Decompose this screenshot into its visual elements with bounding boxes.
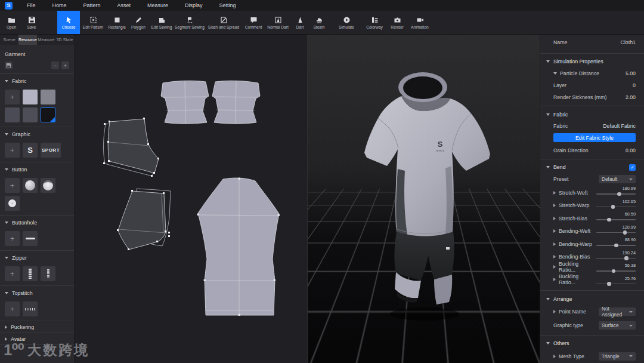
topstitch-tile[interactable] bbox=[23, 302, 38, 316]
point-name-dropdown[interactable]: Not Assigned bbox=[599, 307, 636, 316]
buttonhole-tile[interactable] bbox=[23, 231, 38, 246]
edit-sewing-button[interactable]: Edit Sewing bbox=[149, 11, 174, 34]
graphic-type-dropdown[interactable]: Surface bbox=[599, 321, 636, 330]
slider-track[interactable] bbox=[596, 270, 636, 272]
edit-pattern-button[interactable]: Edit Pattern bbox=[80, 11, 106, 34]
add-zipper-button[interactable]: + bbox=[5, 266, 20, 281]
slider-track[interactable] bbox=[596, 193, 636, 195]
slider-track[interactable] bbox=[596, 232, 636, 233]
fabric-properties-header[interactable]: Fabric bbox=[540, 109, 644, 120]
viewport-3d[interactable]: S SPORTS bbox=[307, 35, 540, 363]
fabric-section-header[interactable]: Fabric bbox=[5, 77, 69, 85]
add-graphic-button[interactable]: + bbox=[5, 143, 20, 158]
render-button[interactable]: Render bbox=[386, 11, 408, 34]
open-button[interactable]: Open bbox=[1, 11, 21, 34]
fabric-swatch[interactable] bbox=[23, 90, 38, 104]
menu-setting[interactable]: Setting bbox=[211, 0, 244, 11]
chevron-right-icon[interactable] bbox=[553, 355, 556, 358]
zipper-tile[interactable] bbox=[41, 266, 55, 281]
slider-knob[interactable] bbox=[607, 282, 611, 286]
slider-knob[interactable] bbox=[607, 218, 611, 222]
chevron-right-icon[interactable] bbox=[553, 265, 556, 269]
fabric-swatch-selected[interactable] bbox=[41, 107, 55, 122]
tab-measure[interactable]: Measure bbox=[37, 35, 55, 45]
chevron-right-icon[interactable] bbox=[553, 229, 556, 233]
bend-checkbox[interactable] bbox=[629, 164, 636, 171]
fabric-swatch[interactable] bbox=[23, 107, 38, 122]
puckering-section-header[interactable]: Puckering bbox=[0, 321, 74, 333]
simulate-button[interactable]: Simulate bbox=[335, 11, 358, 34]
avatar-section-header[interactable]: Avatar bbox=[0, 333, 74, 345]
grain-direction-value[interactable]: 0.00 bbox=[626, 147, 636, 153]
chevron-right-icon[interactable] bbox=[553, 191, 556, 195]
garment-remove-button[interactable]: − bbox=[51, 61, 59, 69]
chevron-down-icon[interactable] bbox=[553, 72, 557, 75]
slider-track[interactable] bbox=[596, 219, 636, 220]
segment-sewing-button[interactable]: Segment Sewing bbox=[174, 11, 205, 34]
buttonhole-section-header[interactable]: Buttonhole bbox=[5, 219, 69, 227]
menu-pattern[interactable]: Pattern bbox=[75, 0, 109, 11]
choose-button[interactable]: Choose bbox=[57, 11, 80, 34]
bend-header[interactable]: Bend bbox=[540, 162, 644, 173]
slider-knob[interactable] bbox=[624, 256, 628, 260]
button-tile[interactable]: ⁘ bbox=[5, 196, 20, 211]
polygon-button[interactable]: Polygon bbox=[128, 11, 149, 34]
mesh-type-dropdown[interactable]: Triangle bbox=[599, 352, 636, 361]
fabric-swatch[interactable] bbox=[5, 107, 20, 122]
slider-track[interactable] bbox=[596, 258, 636, 259]
name-value[interactable]: Cloth1 bbox=[621, 39, 636, 45]
steam-button[interactable]: Steam bbox=[309, 11, 329, 34]
menu-display[interactable]: Display bbox=[177, 0, 211, 11]
pattern-2d-viewport[interactable] bbox=[75, 35, 307, 363]
graphic-logo-tile[interactable]: S bbox=[23, 143, 38, 158]
slider-track[interactable] bbox=[596, 284, 636, 285]
tab-3d-state[interactable]: 3D State bbox=[55, 35, 74, 45]
fabric-swatch[interactable] bbox=[41, 90, 55, 104]
slider-knob[interactable] bbox=[611, 205, 615, 209]
arrange-header[interactable]: Arrange bbox=[540, 293, 644, 304]
slider-knob[interactable] bbox=[612, 269, 616, 273]
render-thickness-value[interactable]: 2.00 bbox=[626, 94, 636, 100]
slider-knob[interactable] bbox=[623, 230, 627, 235]
layer-value[interactable]: 0 bbox=[633, 82, 636, 88]
slash-and-spread-button[interactable]: Slash and Spread bbox=[205, 11, 242, 34]
comment-button[interactable]: Comment bbox=[242, 11, 265, 34]
chevron-right-icon[interactable] bbox=[553, 255, 556, 259]
simulation-properties-header[interactable]: Simulation Properties bbox=[540, 56, 644, 67]
add-button-button[interactable]: + bbox=[5, 178, 20, 193]
topstitch-section-header[interactable]: Topstitch bbox=[5, 289, 69, 297]
zipper-section-header[interactable]: Zipper bbox=[5, 254, 69, 262]
slider-knob[interactable] bbox=[614, 244, 618, 248]
normal-dart-button[interactable]: Normal Dart bbox=[265, 11, 291, 34]
colorway-button[interactable]: Colorway bbox=[363, 11, 386, 34]
menu-asset[interactable]: Asset bbox=[109, 0, 140, 11]
others-header[interactable]: Others bbox=[540, 338, 644, 349]
graphic-section-header[interactable]: Graphic bbox=[5, 130, 69, 139]
edit-fabric-style-button[interactable]: Edit Fabric Style bbox=[553, 133, 636, 141]
menu-file[interactable]: File bbox=[18, 0, 44, 11]
garment-add-button[interactable]: + bbox=[61, 61, 69, 69]
rectangle-button[interactable]: Rectangle bbox=[106, 11, 128, 34]
chevron-right-icon[interactable] bbox=[553, 204, 556, 207]
chevron-right-icon[interactable] bbox=[553, 310, 556, 313]
button-section-header[interactable]: Button bbox=[5, 165, 69, 174]
garment-save-button[interactable] bbox=[5, 61, 13, 69]
menu-home[interactable]: Home bbox=[44, 0, 75, 11]
preset-dropdown[interactable]: Default bbox=[599, 175, 636, 183]
tab-scene[interactable]: Scene bbox=[0, 35, 18, 45]
app-logo-icon[interactable]: S bbox=[5, 2, 13, 10]
animation-button[interactable]: Animation bbox=[408, 11, 432, 34]
particle-distance-value[interactable]: 5.00 bbox=[626, 70, 636, 76]
tab-resource[interactable]: Resource bbox=[18, 35, 37, 45]
save-button[interactable]: Save bbox=[21, 11, 42, 34]
add-buttonhole-button[interactable]: + bbox=[5, 231, 20, 246]
slider-knob[interactable] bbox=[617, 192, 621, 196]
button-tile[interactable] bbox=[23, 178, 38, 193]
zipper-tile[interactable] bbox=[23, 266, 38, 281]
chevron-right-icon[interactable] bbox=[553, 278, 556, 281]
slider-track[interactable] bbox=[596, 207, 636, 208]
chevron-right-icon[interactable] bbox=[553, 242, 556, 246]
dart-button[interactable]: Dart bbox=[291, 11, 309, 34]
fabric-value[interactable]: Default Fabric bbox=[603, 123, 636, 129]
button-tile[interactable] bbox=[41, 178, 55, 193]
